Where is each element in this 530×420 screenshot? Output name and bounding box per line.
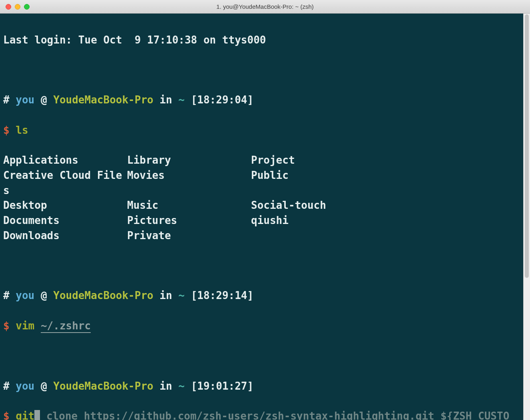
blank-line xyxy=(3,63,520,78)
cursor xyxy=(34,410,40,420)
terminal-window: 1. you@YoudeMacBook-Pro: ~ (zsh) Last lo… xyxy=(0,0,530,420)
list-item: Project xyxy=(251,153,520,168)
prompt-path: ~ xyxy=(178,289,185,301)
list-item: Music xyxy=(127,198,251,213)
at-symbol: @ xyxy=(41,94,47,106)
terminal-wrap: Last login: Tue Oct 9 17:10:38 on ttys00… xyxy=(0,14,530,420)
list-item: Private xyxy=(127,228,251,244)
at-symbol: @ xyxy=(41,380,47,392)
traffic-lights xyxy=(0,4,30,10)
list-item: Downloads xyxy=(3,228,127,244)
command-line-2: $ vim ~/.zshrc xyxy=(3,319,520,334)
command-line-1: $ ls xyxy=(3,123,520,138)
list-item: Pictures xyxy=(127,213,251,228)
command-text: vim xyxy=(16,320,34,332)
list-item: Documents xyxy=(3,213,127,228)
in-word: in xyxy=(159,94,172,106)
dollar-symbol: $ xyxy=(3,124,10,136)
prompt-host: YoudeMacBook-Pro xyxy=(53,289,153,301)
command-arg: ~/.zshrc xyxy=(41,320,91,333)
dollar-symbol: $ xyxy=(3,320,10,332)
prompt-host: YoudeMacBook-Pro xyxy=(53,380,153,392)
prompt-path: ~ xyxy=(178,94,185,106)
autosuggestion: clone https://github.com/zsh-users/zsh-s… xyxy=(3,410,509,420)
terminal-content[interactable]: Last login: Tue Oct 9 17:10:38 on ttys00… xyxy=(0,14,523,420)
in-word: in xyxy=(159,380,172,392)
prompt-time: [18:29:14] xyxy=(191,289,254,301)
hash-symbol: # xyxy=(3,380,10,392)
list-item: Social-touch xyxy=(251,198,520,213)
prompt-time: [18:29:04] xyxy=(191,94,254,106)
list-item: Movies xyxy=(127,168,251,198)
close-button[interactable] xyxy=(6,4,11,10)
ls-output: ApplicationsLibraryProject Creative Clou… xyxy=(3,153,520,243)
prompt-user: you xyxy=(16,94,34,106)
typed-command: git xyxy=(16,410,34,420)
list-item: Applications xyxy=(3,153,127,168)
prompt-user: you xyxy=(16,380,34,392)
command-text: ls xyxy=(16,124,28,136)
list-item: Library xyxy=(127,153,251,168)
prompt-time: [19:01:27] xyxy=(191,380,254,392)
prompt-host: YoudeMacBook-Pro xyxy=(53,94,153,106)
list-item: qiushi xyxy=(251,213,520,228)
scrollbar[interactable] xyxy=(523,14,530,420)
prompt-line-2: # you @ YoudeMacBook-Pro in ~ [18:29:14] xyxy=(3,288,520,303)
scrollbar-thumb[interactable] xyxy=(525,14,529,278)
window-title: 1. you@YoudeMacBook-Pro: ~ (zsh) xyxy=(0,3,530,10)
at-symbol: @ xyxy=(41,289,47,301)
hash-symbol: # xyxy=(3,289,10,301)
prompt-user: you xyxy=(16,289,34,301)
hash-symbol: # xyxy=(3,94,10,106)
prompt-path: ~ xyxy=(178,380,185,392)
maximize-button[interactable] xyxy=(24,4,30,10)
blank-line xyxy=(3,258,520,273)
list-item: Creative Cloud Files xyxy=(3,168,127,198)
blank-line xyxy=(3,349,520,364)
titlebar[interactable]: 1. you@YoudeMacBook-Pro: ~ (zsh) xyxy=(0,0,530,14)
list-item: Desktop xyxy=(3,198,127,213)
dollar-symbol: $ xyxy=(3,410,10,420)
prompt-line-1: # you @ YoudeMacBook-Pro in ~ [18:29:04] xyxy=(3,93,520,108)
list-item xyxy=(251,228,520,244)
motd-line: Last login: Tue Oct 9 17:10:38 on ttys00… xyxy=(3,33,520,48)
in-word: in xyxy=(159,289,172,301)
minimize-button[interactable] xyxy=(15,4,20,10)
list-item: Public xyxy=(251,168,520,198)
prompt-line-3: # you @ YoudeMacBook-Pro in ~ [19:01:27] xyxy=(3,379,520,394)
command-line-3[interactable]: $ git clone https://github.com/zsh-users… xyxy=(3,409,520,420)
